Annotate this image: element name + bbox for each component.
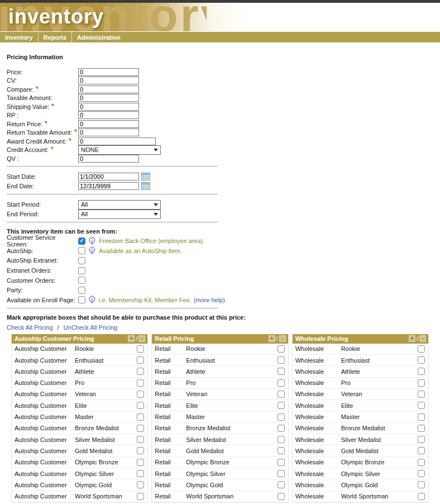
- autoship-customer-elite-checkbox[interactable]: [137, 402, 144, 409]
- collapse-all-icon[interactable]: -: [279, 335, 286, 342]
- expand-all-icon[interactable]: +: [269, 335, 275, 342]
- expand-all-icon[interactable]: +: [128, 335, 135, 342]
- nav-item-reports[interactable]: Reports: [38, 32, 72, 42]
- retail-rookie-checkbox[interactable]: [278, 345, 285, 353]
- autoship-customer-pro-checkbox[interactable]: [137, 379, 144, 387]
- autoship-customer-athlete-checkbox[interactable]: [137, 368, 144, 375]
- dates-form: Start Date: End Date:: [7, 172, 440, 191]
- autoship-customer-enthusiast-checkbox[interactable]: [137, 356, 144, 364]
- wholesale-elite-checkbox[interactable]: [418, 402, 425, 409]
- calendar-icon[interactable]: [141, 173, 150, 180]
- nav-item-administration[interactable]: Administration: [71, 32, 126, 42]
- qv-input[interactable]: [78, 155, 139, 163]
- autoship-customer-master-checkbox[interactable]: [137, 413, 144, 421]
- autoship-customer-gold-medalist-checkbox[interactable]: [137, 447, 144, 454]
- autoship-customer-olympic-silver-checkbox[interactable]: [137, 470, 144, 477]
- autoship-customer-rookie-checkbox[interactable]: [137, 345, 144, 353]
- field-label: AutoShip Extranet:: [7, 257, 78, 264]
- wholesale-rookie-checkbox[interactable]: [418, 345, 425, 353]
- retail-olympic-bronze-checkbox[interactable]: [278, 459, 285, 466]
- retail-veteran-checkbox[interactable]: [278, 391, 285, 398]
- retail-master-checkbox[interactable]: [278, 413, 285, 421]
- customer-service-screen-checkbox[interactable]: [78, 237, 85, 245]
- pricing-row-retail-world-sportsman: RetailWorld Sportsman: [152, 491, 288, 502]
- nav-item-inventory[interactable]: Inventory: [0, 32, 38, 42]
- retail-olympic-silver-checkbox[interactable]: [278, 470, 285, 477]
- pricing-row-autoship-customer-veteran: Autoship CustomerVeteran: [12, 389, 147, 400]
- start-period-select[interactable]: All: [78, 200, 161, 210]
- wholesale-pro-checkbox[interactable]: [418, 379, 425, 387]
- party-checkbox[interactable]: [78, 287, 85, 294]
- end-date-input[interactable]: [78, 182, 139, 190]
- wholesale-enthusiast-checkbox[interactable]: [418, 356, 425, 364]
- available-on-enroll-page-checkbox[interactable]: [78, 296, 85, 303]
- credit-account-select[interactable]: NONE: [78, 145, 161, 155]
- wholesale-olympic-gold-checkbox[interactable]: [418, 481, 425, 488]
- price-type-label: Wholesale: [295, 379, 341, 386]
- autoship-customer-world-sportsman-checkbox[interactable]: [137, 493, 144, 500]
- wholesale-olympic-silver-checkbox[interactable]: [418, 470, 425, 477]
- retail-elite-checkbox[interactable]: [278, 402, 285, 409]
- return-price-input[interactable]: [78, 120, 139, 128]
- wholesale-bronze-medalist-checkbox[interactable]: [418, 425, 425, 432]
- wholesale-olympic-bronze-checkbox[interactable]: [418, 459, 425, 466]
- tier-label: Elite: [341, 402, 418, 409]
- retail-pro-checkbox[interactable]: [278, 379, 285, 387]
- retail-world-sportsman-checkbox[interactable]: [278, 493, 285, 500]
- compare-input[interactable]: [78, 85, 139, 93]
- autoship-extranet-checkbox[interactable]: [78, 257, 85, 264]
- customer-orders-checkbox[interactable]: [78, 277, 85, 284]
- price-type-label: Wholesale: [295, 345, 341, 352]
- taxable-amount-input[interactable]: [78, 94, 139, 102]
- autoship-checkbox[interactable]: [78, 247, 85, 254]
- autoship-customer-bronze-medalist-checkbox[interactable]: [137, 425, 144, 432]
- expand-all-icon[interactable]: +: [409, 335, 415, 342]
- table-expand-controls: +/-: [128, 335, 145, 342]
- pricing-table-header: Wholesale Pricing+/-: [293, 334, 428, 344]
- tier-label: Silver Medalist: [186, 436, 277, 443]
- autoship-customer-silver-medalist-checkbox[interactable]: [137, 436, 144, 443]
- wholesale-silver-medalist-checkbox[interactable]: [418, 436, 425, 443]
- pricing-row-autoship-customer-world-sportsman: Autoship CustomerWorld Sportsman: [12, 491, 147, 502]
- cv-input[interactable]: [78, 77, 139, 84]
- end-period-select[interactable]: All: [78, 210, 161, 219]
- retail-athlete-checkbox[interactable]: [278, 368, 285, 375]
- price-type-label: Wholesale: [295, 402, 341, 409]
- price-input[interactable]: [78, 68, 139, 76]
- wholesale-veteran-checkbox[interactable]: [418, 391, 425, 398]
- visibility-note: i.e. Membership Kit, Member Fee.: [99, 297, 192, 303]
- retail-gold-medalist-checkbox[interactable]: [278, 447, 285, 454]
- autoship-customer-olympic-bronze-checkbox[interactable]: [137, 459, 144, 466]
- retail-bronze-medalist-checkbox[interactable]: [278, 425, 285, 432]
- retail-silver-medalist-checkbox[interactable]: [278, 436, 285, 443]
- pricing-row-wholesale-rookie: WholesaleRookie: [293, 344, 428, 355]
- extranet-orders-checkbox[interactable]: [78, 267, 85, 274]
- field-label: Return Taxable Amount:: [7, 129, 78, 136]
- start-date-input[interactable]: [78, 173, 139, 180]
- more-help-link[interactable]: (more help): [194, 297, 225, 303]
- wholesale-world-sportsman-checkbox[interactable]: [418, 493, 425, 500]
- wholesale-athlete-checkbox[interactable]: [418, 368, 425, 375]
- award-credit-amount-input[interactable]: [78, 137, 156, 145]
- rp-input[interactable]: [78, 111, 139, 119]
- autoship-customer-olympic-gold-checkbox[interactable]: [137, 481, 144, 488]
- retail-enthusiast-checkbox[interactable]: [278, 356, 285, 364]
- autoship-customer-veteran-checkbox[interactable]: [137, 391, 144, 398]
- collapse-all-icon[interactable]: -: [419, 335, 426, 342]
- uncheck-all-pricing-link[interactable]: UnCheck All Pricing: [64, 324, 118, 331]
- calendar-icon[interactable]: [141, 182, 150, 190]
- form-row-qv: QV :: [7, 154, 440, 163]
- collapse-all-icon[interactable]: -: [138, 335, 145, 342]
- form-row-start-period: Start Period:All: [7, 200, 440, 210]
- shipping-value-input[interactable]: [78, 103, 139, 111]
- wholesale-master-checkbox[interactable]: [418, 413, 425, 421]
- retail-olympic-gold-checkbox[interactable]: [278, 481, 285, 488]
- tier-label: Enthusiast: [341, 357, 418, 364]
- field-label-text: CV:: [7, 77, 17, 84]
- check-all-pricing-link[interactable]: Check All Pricing: [7, 324, 53, 331]
- tier-label: Athlete: [75, 368, 137, 375]
- field-label: RP :: [7, 112, 78, 118]
- price-type-label: Autoship Customer: [15, 402, 75, 409]
- wholesale-gold-medalist-checkbox[interactable]: [418, 447, 425, 454]
- return-taxable-amount-input[interactable]: [78, 129, 139, 136]
